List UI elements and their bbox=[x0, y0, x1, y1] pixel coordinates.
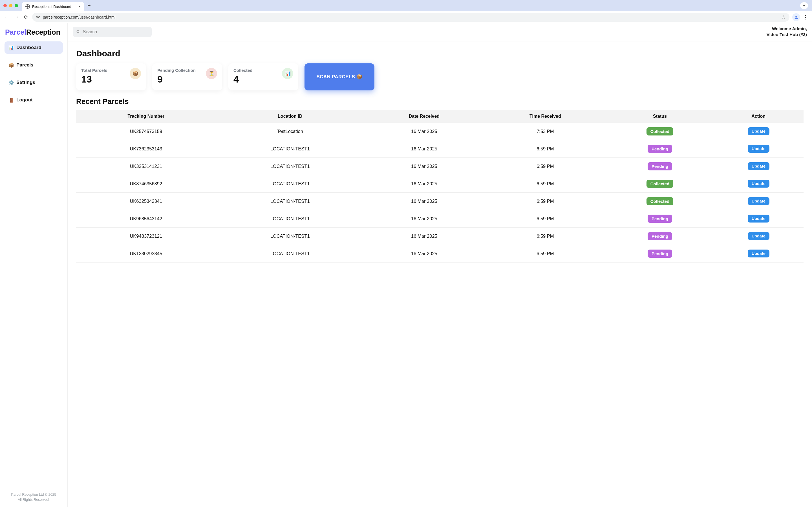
site-settings-icon[interactable] bbox=[36, 16, 40, 18]
main: Welcome Admin, Video Test Hub (#3) Dashb… bbox=[68, 23, 812, 507]
address-bar[interactable]: parcelreception.com/user/dashboard.html … bbox=[32, 13, 790, 22]
cell-date: 16 Mar 2025 bbox=[364, 210, 485, 227]
status-badge: Collected bbox=[647, 127, 673, 135]
update-button[interactable]: Update bbox=[748, 232, 769, 240]
cell-tracking: UK2574573159 bbox=[76, 123, 216, 140]
app-root: ParcelReception 📊Dashboard📦Parcels⚙️Sett… bbox=[0, 23, 812, 507]
scan-parcels-button[interactable]: SCAN PARCELS 📦 bbox=[305, 63, 374, 91]
brand-part1: Parcel bbox=[5, 28, 26, 36]
window-controls bbox=[2, 4, 20, 7]
window-close-icon[interactable] bbox=[3, 4, 7, 7]
cell-status: Pending bbox=[606, 158, 714, 175]
sidebar-item-parcels[interactable]: 📦Parcels bbox=[4, 59, 63, 71]
cell-location: LOCATION-TEST1 bbox=[216, 175, 364, 192]
cell-status: Pending bbox=[606, 227, 714, 245]
table-row: UK7362353143LOCATION-TEST116 Mar 20256:5… bbox=[76, 140, 804, 158]
search-input[interactable] bbox=[83, 29, 148, 34]
cell-time: 6:59 PM bbox=[484, 175, 606, 192]
browser-menu-button[interactable]: ⋮ bbox=[803, 14, 809, 20]
cell-time: 6:59 PM bbox=[484, 140, 606, 158]
cell-action: Update bbox=[713, 192, 804, 210]
dashboard-icon: 📊 bbox=[8, 45, 13, 50]
nav-back-button[interactable]: ← bbox=[3, 14, 10, 20]
cell-location: LOCATION-TEST1 bbox=[216, 210, 364, 227]
sidebar-item-label: Parcels bbox=[16, 62, 34, 68]
sidebar-footer: Parcel Reception Ltd © 2025 All Rights R… bbox=[4, 492, 63, 504]
cell-action: Update bbox=[713, 175, 804, 192]
sidebar: ParcelReception 📊Dashboard📦Parcels⚙️Sett… bbox=[0, 23, 68, 507]
window-maximize-icon[interactable] bbox=[15, 4, 18, 7]
table-header-row: Tracking NumberLocation IDDate ReceivedT… bbox=[76, 110, 804, 123]
table-row: UK2574573159TestLocation16 Mar 20257:53 … bbox=[76, 123, 804, 140]
cell-status: Pending bbox=[606, 245, 714, 262]
table-header: Status bbox=[606, 110, 714, 123]
cell-action: Update bbox=[713, 210, 804, 227]
cell-time: 7:53 PM bbox=[484, 123, 606, 140]
status-badge: Pending bbox=[648, 215, 672, 223]
table-row: UK9685643142LOCATION-TEST116 Mar 20256:5… bbox=[76, 210, 804, 227]
tabs-dropdown-button[interactable] bbox=[800, 2, 808, 9]
cell-date: 16 Mar 2025 bbox=[364, 140, 485, 158]
cell-location: LOCATION-TEST1 bbox=[216, 245, 364, 262]
svg-point-0 bbox=[795, 15, 797, 17]
search-box[interactable] bbox=[73, 27, 152, 37]
table-header: Tracking Number bbox=[76, 110, 216, 123]
bookmark-star-icon[interactable]: ☆ bbox=[781, 14, 785, 20]
update-button[interactable]: Update bbox=[748, 162, 769, 170]
status-badge: Pending bbox=[648, 145, 672, 153]
table-row: UK1230293845LOCATION-TEST116 Mar 20256:5… bbox=[76, 245, 804, 262]
nav-reload-button[interactable]: ⟳ bbox=[22, 14, 29, 20]
update-button[interactable]: Update bbox=[748, 127, 769, 135]
cell-location: LOCATION-TEST1 bbox=[216, 227, 364, 245]
sidebar-item-dashboard[interactable]: 📊Dashboard bbox=[4, 41, 63, 54]
cell-action: Update bbox=[713, 123, 804, 140]
svg-point-1 bbox=[77, 31, 79, 33]
cell-status: Pending bbox=[606, 140, 714, 158]
cell-date: 16 Mar 2025 bbox=[364, 158, 485, 175]
browser-tab[interactable]: Receptionist Dashboard × bbox=[22, 2, 84, 11]
update-button[interactable]: Update bbox=[748, 197, 769, 205]
recent-parcels-title: Recent Parcels bbox=[76, 97, 804, 106]
table-header: Date Received bbox=[364, 110, 485, 123]
table-body: UK2574573159TestLocation16 Mar 20257:53 … bbox=[76, 123, 804, 263]
sidebar-item-logout[interactable]: 🚪Logout bbox=[4, 94, 63, 106]
topbar: Welcome Admin, Video Test Hub (#3) bbox=[68, 23, 812, 41]
sidebar-item-label: Logout bbox=[16, 97, 33, 103]
stat-label: Total Parcels bbox=[81, 68, 107, 73]
tab-close-icon[interactable]: × bbox=[79, 4, 81, 9]
sidebar-item-label: Dashboard bbox=[16, 45, 42, 50]
status-badge: Pending bbox=[648, 232, 672, 240]
cell-location: LOCATION-TEST1 bbox=[216, 192, 364, 210]
stat-icon: 📦 bbox=[130, 68, 141, 79]
update-button[interactable]: Update bbox=[748, 180, 769, 187]
cell-tracking: UK3253141231 bbox=[76, 158, 216, 175]
profile-avatar-button[interactable] bbox=[792, 13, 800, 21]
stat-icon: 📊 bbox=[282, 68, 293, 79]
table-row: UK8746356892LOCATION-TEST116 Mar 20256:5… bbox=[76, 175, 804, 192]
new-tab-button[interactable]: + bbox=[86, 3, 93, 9]
browser-chrome: Receptionist Dashboard × + ← → ⟳ parcelr… bbox=[0, 0, 812, 23]
svg-line-2 bbox=[79, 33, 80, 33]
cell-tracking: UK9685643142 bbox=[76, 210, 216, 227]
nav-forward-button[interactable]: → bbox=[13, 14, 20, 20]
stat-card-collected: Collected4📊 bbox=[229, 63, 298, 91]
update-button[interactable]: Update bbox=[748, 145, 769, 153]
table-header: Time Received bbox=[484, 110, 606, 123]
window-minimize-icon[interactable] bbox=[9, 4, 12, 7]
table-row: UK9483723121LOCATION-TEST116 Mar 20256:5… bbox=[76, 227, 804, 245]
cell-tracking: UK6325342341 bbox=[76, 192, 216, 210]
cell-tracking: UK7362353143 bbox=[76, 140, 216, 158]
table-header: Action bbox=[713, 110, 804, 123]
welcome-text: Welcome Admin, Video Test Hub (#3) bbox=[767, 26, 807, 38]
update-button[interactable]: Update bbox=[748, 215, 769, 223]
table-row: UK6325342341LOCATION-TEST116 Mar 20256:5… bbox=[76, 192, 804, 210]
sidebar-item-label: Settings bbox=[16, 80, 35, 86]
logout-icon: 🚪 bbox=[8, 98, 13, 103]
status-badge: Collected bbox=[647, 180, 673, 188]
status-badge: Collected bbox=[647, 197, 673, 205]
browser-toolbar: ← → ⟳ parcelreception.com/user/dashboard… bbox=[0, 11, 812, 23]
update-button[interactable]: Update bbox=[748, 249, 769, 258]
brand-logo[interactable]: ParcelReception bbox=[5, 28, 62, 36]
cell-action: Update bbox=[713, 227, 804, 245]
sidebar-item-settings[interactable]: ⚙️Settings bbox=[4, 76, 63, 89]
